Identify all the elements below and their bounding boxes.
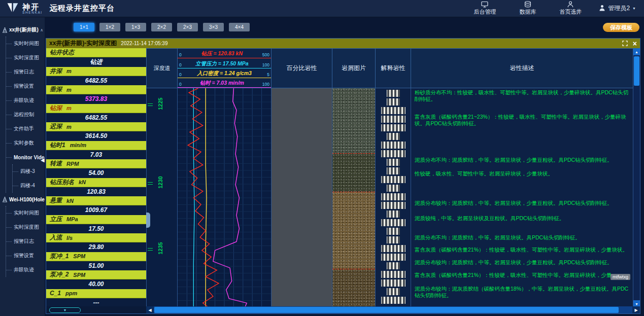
track-collapse-handle[interactable] <box>146 213 150 228</box>
depth-tick <box>148 248 153 249</box>
sidebar-item[interactable]: 井眼轨迹 <box>6 93 45 108</box>
lithology-description: 富含灰质（碳酸钙含量21%）：性较硬，吸水性、可塑性中等。岩屑呈碎块状，少量 <box>415 272 629 278</box>
layout-button-2×3[interactable]: 2×3 <box>177 23 198 31</box>
lithology-symbol-block <box>381 279 405 287</box>
vertical-scrollbar[interactable]: ▲ ▼ <box>633 48 640 307</box>
sidebar-item[interactable]: 实时参数 <box>6 136 45 150</box>
sidebar-item[interactable]: 报警设置 <box>6 249 45 263</box>
lithology-percent-track <box>272 88 332 307</box>
horizontal-scrollbar[interactable]: ◀ ▶ <box>146 306 640 313</box>
curve-track[interactable] <box>178 88 272 307</box>
user-name: 管理员2 <box>608 4 630 13</box>
nav-backend[interactable]: 后台管理 <box>473 1 496 16</box>
cuttings-photo-track <box>332 88 376 307</box>
nav-home[interactable]: 首页选井 <box>559 1 582 16</box>
sidebar-item[interactable]: 实时时间图 <box>6 206 45 220</box>
layout-button-1×1[interactable]: 1×1 <box>74 23 94 31</box>
sidebar-well[interactable]: xx井(新井眼)∧ <box>2 23 45 37</box>
sidebar-item[interactable]: 实时深度图 <box>6 51 45 65</box>
parameter-value: 51.00 <box>46 261 146 270</box>
lithology-symbol-block <box>387 133 400 140</box>
brand-sub: SHENKAI <box>22 11 43 14</box>
scroll-right-button[interactable]: ▶ <box>632 306 640 313</box>
lithology-description: 性较硬，吸水性、可塑性中等。岩屑呈碎块状，少量块状。 <box>415 170 629 177</box>
parameter-row: 钻压别名kN 120.83 <box>46 178 146 197</box>
main-area: 1×11×21×32×22×33×34×4 保存模板 xx井(新井眼)-实时深度… <box>45 17 644 316</box>
parameter-value: 54.00 <box>46 168 146 178</box>
parameter-label: 入流l/s <box>46 233 146 242</box>
sidebar-item[interactable]: 实时时间图 <box>6 37 45 51</box>
layout-button-2×2[interactable]: 2×2 <box>151 23 172 31</box>
scroll-up-button[interactable]: ▲ <box>633 48 640 55</box>
parameter-row: 钻时1min/m 7.03 <box>46 141 146 160</box>
cuttings-photo <box>332 192 375 269</box>
lithology-description: 泥质较纯，中等。岩屑呈块状及豆粒状。具PDC钻头切削特征。 <box>415 215 629 222</box>
layout-button-1×2[interactable]: 1×2 <box>99 23 120 31</box>
panel-footer: ▼ ◀ ▶ <box>46 306 640 313</box>
lithology-symbol-block <box>381 124 405 131</box>
parameter-value: 29.80 <box>46 242 146 252</box>
parameter-label: 泵冲_1SPM <box>46 252 146 261</box>
sidebar-item[interactable]: 远程控制 <box>6 108 45 122</box>
sidebar-item[interactable]: 报警日志 <box>6 234 45 249</box>
lithology-symbol-block <box>381 219 405 226</box>
derrick-icon <box>2 27 8 33</box>
panel-timestamp: 2022-11-14 17:05:39 <box>121 41 167 46</box>
parameter-row: 钻深m 6482.55 <box>46 104 146 123</box>
panel-titlebar[interactable]: xx井(新井眼)-实时深度图 2022-11-14 17:05:39 × <box>46 39 640 48</box>
lithology-description: 富含灰质（碳酸钙含量21%）：性较硬，吸水性、可塑性中等。岩屑呈碎块状，少量块状… <box>415 247 629 253</box>
sidebar: xx井(新井眼)∧实时时间图实时深度图报警日志报警设置井眼轨迹远程控制文件助手实… <box>0 17 45 316</box>
depth-tick <box>148 182 153 183</box>
layout-button-1×3[interactable]: 1×3 <box>125 23 146 31</box>
sidebar-item[interactable]: 四楼-3 <box>13 164 45 179</box>
lithology-symbol-block <box>381 245 405 252</box>
save-template-button[interactable]: 保存模板 <box>603 23 639 32</box>
chart-header: 深度道 0钻压 = 120.83 kN5000立管压力 = 17.50 MPa1… <box>146 48 633 88</box>
interpreted-lithology-track <box>376 88 411 307</box>
parameter-value: 5373.83 <box>46 94 146 103</box>
sidebar-collapse-handle[interactable]: ◀ <box>41 157 45 163</box>
parameter-label: 迟深m <box>46 122 146 131</box>
parameter-row: 井深m 6482.55 <box>46 67 146 86</box>
lithology-symbol-block <box>381 193 405 200</box>
horizontal-scroll-thumb[interactable] <box>154 307 619 313</box>
lithology-symbol-block <box>381 254 405 261</box>
sidebar-item[interactable]: 文件助手 <box>6 122 45 136</box>
layout-button-3×3[interactable]: 3×3 <box>203 23 224 31</box>
layout-button-4×4[interactable]: 4×4 <box>229 23 250 31</box>
parameter-label: 钻压别名kN <box>46 178 146 187</box>
parameter-pager[interactable]: ▼ <box>49 307 81 313</box>
parameter-row: 垂深m 5373.83 <box>46 85 146 104</box>
lithology-symbol-block <box>381 107 405 114</box>
depth-label: 1235 <box>157 240 164 257</box>
close-icon[interactable]: × <box>633 40 637 47</box>
sidebar-item[interactable]: 报警日志 <box>6 65 45 79</box>
sidebar-item[interactable]: 报警设置 <box>6 79 45 93</box>
vertical-scroll-thumb[interactable] <box>634 56 639 86</box>
lithology-symbol-block <box>387 288 400 295</box>
sidebar-well[interactable]: Wei-H100(Hole-1)∧ <box>2 193 45 206</box>
parameter-label: 垂深m <box>46 85 146 94</box>
column-header-cuttings-photo: 岩屑图片 <box>332 48 376 88</box>
app-root: 神开 SHENKAI 远程录井监控平台 后台管理数据库首页选井 管理员2 ▼ x… <box>0 0 644 316</box>
scroll-left-button[interactable]: ◀ <box>146 306 154 313</box>
column-header-interpreted-lithology: 解释岩性 <box>376 48 411 88</box>
sidebar-item[interactable]: 实时深度图 <box>6 220 45 234</box>
sidebar-item[interactable]: 四楼-4 <box>13 179 45 193</box>
lithology-symbol-block <box>381 271 405 278</box>
sidebar-item[interactable]: 井眼轨迹 <box>6 263 45 277</box>
depth-chart: 深度道 0钻压 = 120.83 kN5000立管压力 = 17.50 MPa1… <box>146 48 633 307</box>
pager-dropdown-icon[interactable]: ▼ <box>63 308 67 312</box>
user-menu[interactable]: 管理员2 ▼ <box>599 4 636 13</box>
panel-title: xx井(新井眼)-实时深度图 <box>49 39 117 48</box>
collapse-caret-icon[interactable]: ∧ <box>40 28 43 32</box>
cuttings-photo <box>332 88 375 153</box>
sidebar-item-monitor-video[interactable]: Monitor Video∧ <box>6 150 45 164</box>
nav-database[interactable]: 数据库 <box>519 1 536 16</box>
backend-icon <box>481 1 488 8</box>
home-icon <box>567 1 573 8</box>
expand-icon[interactable] <box>622 41 628 46</box>
brand-logo[interactable]: 神开 SHENKAI <box>6 2 43 15</box>
parameter-value: 3614.50 <box>46 131 146 141</box>
curve-legend-row: 0入口密度 = 1.24 g/cm35 <box>178 68 271 78</box>
